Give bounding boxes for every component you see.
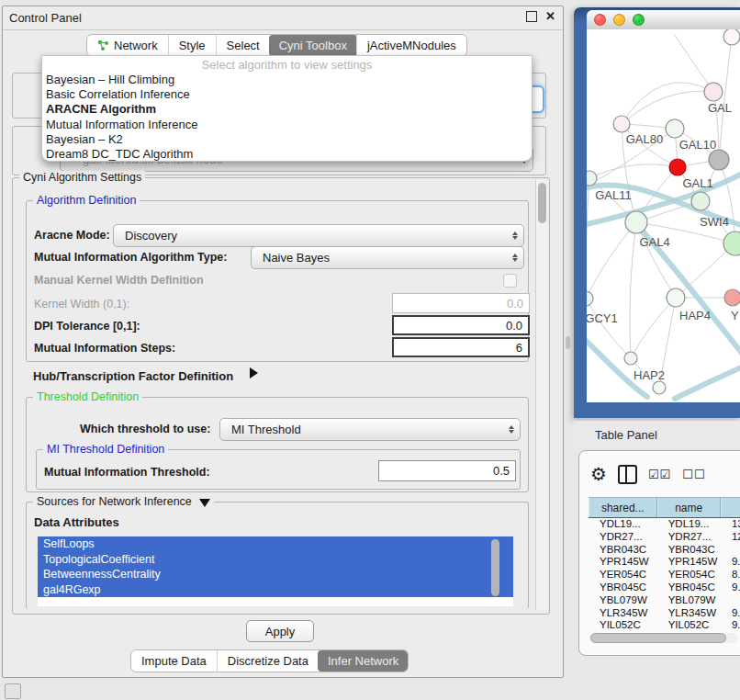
table-horizontal-scrollbar[interactable] (590, 633, 737, 643)
select-all-columns-icon[interactable]: ☑☑ (648, 468, 671, 481)
tab-impute-data[interactable]: Impute Data (131, 650, 217, 672)
table-cell[interactable]: YDL19... (657, 518, 721, 531)
split-columns-icon[interactable] (618, 465, 637, 484)
tab-cyni-toolbox[interactable]: Cyni Toolbox (269, 35, 357, 56)
algorithm-option[interactable]: Mutual Information Inference (42, 118, 532, 132)
table-cell[interactable]: YER054C (589, 569, 657, 581)
close-traffic-light[interactable] (594, 14, 606, 26)
data-attribute-item[interactable]: BetweennessCentrality (38, 567, 513, 582)
network-node-gal10[interactable] (666, 119, 684, 138)
which-threshold-combobox[interactable]: MI Threshold (219, 418, 521, 441)
mi-steps-field[interactable]: 6 (392, 337, 530, 357)
network-node-gal80[interactable] (613, 116, 630, 132)
network-edge[interactable] (622, 91, 713, 124)
settings-scrollbar[interactable] (535, 180, 548, 610)
network-node-gal11[interactable] (587, 171, 597, 186)
table-row[interactable]: YBR045CYBR045C9. (589, 581, 740, 594)
table-cell[interactable]: YER054C (657, 569, 721, 581)
table-row[interactable]: YDR27...YDR27...12 (589, 531, 740, 544)
collapse-arrow-icon[interactable] (199, 499, 210, 507)
network-node-y[interactable] (724, 289, 740, 306)
tab-jactivemnodules[interactable]: jActiveMNodules (356, 35, 466, 56)
network-node-hap4[interactable] (667, 288, 685, 307)
tab-infer-network[interactable]: Infer Network (318, 650, 409, 672)
network-node-gal1[interactable] (669, 159, 686, 175)
data-attribute-item[interactable]: gal4RGexp (38, 582, 513, 598)
network-edge-highlighted[interactable] (675, 362, 740, 399)
settings-scrollbar-thumb[interactable] (538, 183, 546, 223)
splitpane-sash[interactable] (566, 336, 570, 349)
apply-button[interactable]: Apply (246, 620, 314, 642)
expand-arrow-icon[interactable] (250, 367, 258, 378)
table-cell[interactable]: YBR043C (657, 544, 721, 557)
network-node[interactable] (653, 381, 666, 394)
network-edge[interactable] (719, 37, 732, 160)
mi-type-combobox[interactable]: Naive Bayes (251, 246, 524, 269)
table-row[interactable]: YIL052CYIL052C9. (589, 619, 740, 632)
network-node[interactable] (723, 29, 740, 45)
table-row[interactable]: YER054CYER054C8. (589, 569, 740, 581)
network-edge[interactable] (587, 178, 589, 299)
table-hscroll-thumb[interactable] (590, 633, 726, 643)
mi-threshold-field[interactable]: 0.5 (378, 460, 516, 481)
float-panel-icon[interactable] (526, 11, 537, 22)
table-cell[interactable]: 9. (721, 556, 740, 569)
table-cell[interactable]: YBL079W (589, 594, 657, 607)
tab-select[interactable]: Select (216, 35, 270, 56)
table-cell[interactable]: 9. (721, 581, 740, 594)
manual-kernel-checkbox[interactable] (503, 274, 517, 288)
table-cell[interactable]: YDR27... (589, 531, 657, 544)
algorithm-option[interactable]: ARACNE Algorithm (42, 102, 532, 117)
network-edge[interactable] (622, 83, 713, 124)
network-edge[interactable] (631, 298, 676, 358)
table-cell[interactable]: YDR27... (657, 531, 721, 544)
table-cell[interactable]: YBR043C (589, 544, 657, 557)
node-table[interactable]: shared...name YDL19...YDL19...13YDR27...… (589, 497, 740, 632)
column-header-name[interactable]: name (657, 498, 721, 517)
algorithm-option[interactable]: Dream8 DC_TDC Algorithm (42, 147, 532, 162)
table-cell[interactable]: YLR345W (589, 607, 657, 620)
tab-discretize-data[interactable]: Discretize Data (217, 650, 319, 672)
network-node-swi4[interactable] (691, 192, 710, 210)
network-edge[interactable] (630, 222, 636, 358)
network-edge[interactable] (589, 164, 678, 178)
attributes-scrollbar-thumb[interactable] (491, 539, 499, 596)
data-attributes-list[interactable]: SelfLoopsTopologicalCoefficientBetweenne… (38, 536, 513, 606)
table-row[interactable]: YLR345WYLR345W9. (589, 607, 740, 620)
kernel-width-field[interactable]: 0.0 (392, 293, 530, 313)
algorithm-option[interactable]: Bayesian – Hill Climbing (42, 73, 532, 87)
network-window[interactable]: GALGAL80GAL10GAL1GAL11SWI4GAL4HAP4YGCY1H… (574, 7, 740, 418)
table-cell[interactable]: YBL079W (657, 594, 721, 607)
aracne-mode-combobox[interactable]: Discovery (113, 224, 524, 247)
table-row[interactable]: YBR043CYBR043C (589, 544, 740, 557)
table-cell[interactable]: YPR145W (657, 556, 721, 569)
table-row[interactable]: YDL19...YDL19...13 (589, 518, 740, 531)
table-cell[interactable]: YDL19... (589, 518, 657, 531)
table-cell[interactable]: YIL052C (657, 619, 721, 632)
table-cell[interactable]: 9. (721, 607, 740, 620)
table-cell[interactable]: 9. (721, 619, 740, 632)
column-header-shared[interactable]: shared... (589, 498, 657, 517)
deselect-all-columns-icon[interactable]: ☐☐ (682, 468, 705, 481)
network-edge[interactable] (719, 160, 735, 243)
tab-style[interactable]: Style (168, 35, 216, 56)
algorithm-option[interactable]: Bayesian – K2 (42, 132, 532, 147)
table-cell[interactable] (721, 544, 740, 557)
settings-gear-icon[interactable]: ⚙ (590, 465, 607, 483)
network-node-gal4[interactable] (625, 211, 647, 233)
data-attribute-item[interactable]: SelfLoops (38, 536, 513, 552)
network-node-gal[interactable] (704, 83, 723, 101)
network-node-hap2[interactable] (624, 352, 637, 365)
tab-network[interactable]: Network (87, 35, 168, 56)
dpi-tolerance-field[interactable]: 0.0 (392, 315, 530, 335)
network-node-gcy1[interactable] (587, 291, 593, 306)
table-cell[interactable]: YBR045C (657, 581, 721, 594)
zoom-traffic-light[interactable] (633, 14, 645, 26)
table-cell[interactable]: 13 (721, 518, 740, 531)
data-attribute-item[interactable]: TopologicalCoefficient (38, 552, 513, 568)
table-cell[interactable]: 8. (721, 569, 740, 581)
table-cell[interactable] (721, 594, 740, 607)
table-cell[interactable]: YPR145W (589, 556, 657, 569)
network-window-titlebar[interactable] (587, 10, 740, 29)
network-edge[interactable] (674, 34, 713, 92)
